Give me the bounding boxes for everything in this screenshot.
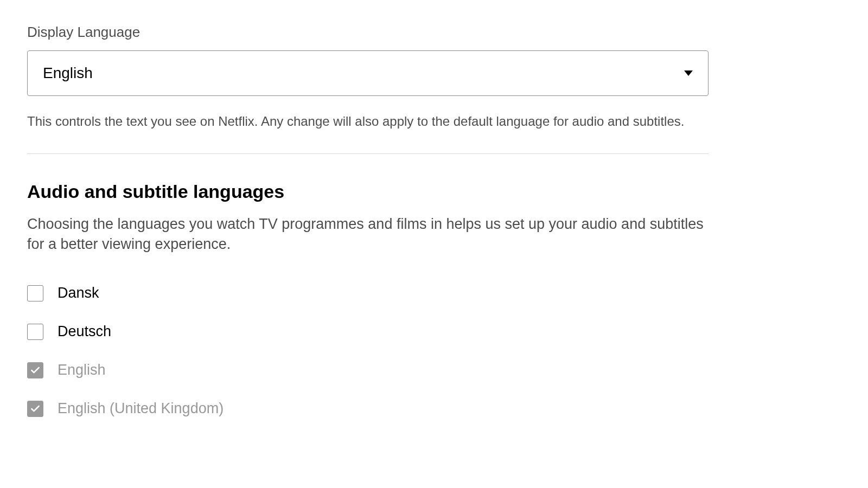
- checkbox-dansk[interactable]: [27, 285, 43, 301]
- caret-down-icon: [684, 70, 693, 76]
- section-divider: [27, 153, 709, 154]
- check-icon: [30, 365, 41, 376]
- list-item: Deutsch: [27, 323, 709, 340]
- checkbox-label-deutsch: Deutsch: [58, 323, 111, 340]
- audio-subtitle-description: Choosing the languages you watch TV prog…: [27, 214, 709, 255]
- checkbox-english: [27, 362, 43, 378]
- list-item: English: [27, 362, 709, 378]
- display-language-value: English: [43, 65, 93, 82]
- list-item: Dansk: [27, 285, 709, 301]
- checkbox-label-english: English: [58, 362, 106, 378]
- display-language-select[interactable]: English: [27, 50, 709, 96]
- checkbox-label-english-uk: English (United Kingdom): [58, 400, 224, 417]
- display-language-help: This controls the text you see on Netfli…: [27, 112, 709, 131]
- checkbox-label-dansk: Dansk: [58, 285, 99, 301]
- audio-subtitle-list: Dansk Deutsch English English (United Ki…: [27, 285, 709, 417]
- language-settings-container: Display Language English This controls t…: [27, 24, 709, 417]
- check-icon: [30, 403, 41, 414]
- audio-subtitle-heading: Audio and subtitle languages: [27, 181, 709, 202]
- checkbox-english-uk: [27, 401, 43, 417]
- checkbox-deutsch[interactable]: [27, 324, 43, 340]
- list-item: English (United Kingdom): [27, 400, 709, 417]
- display-language-label: Display Language: [27, 24, 709, 41]
